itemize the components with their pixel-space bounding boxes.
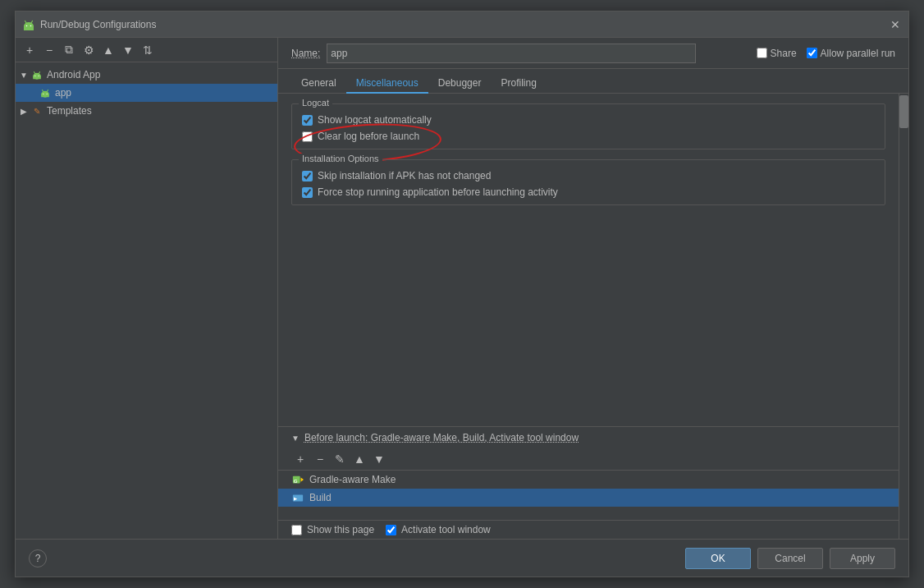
before-launch-arrow: ▼	[291, 434, 300, 443]
skip-install-row: Skip installation if APK has not changed	[302, 170, 875, 181]
svg-point-4	[30, 25, 32, 26]
svg-point-11	[39, 76, 39, 76]
tabs-bar: General Miscellaneous Debugger Profiling	[278, 69, 908, 94]
android-title-icon	[22, 18, 35, 31]
gradle-make-icon: G	[291, 473, 304, 486]
sort-button[interactable]: ⇅	[139, 41, 157, 59]
left-panel: + − ⧉ ⚙ ▲ ▼ ⇅ ▼	[16, 38, 278, 539]
add-config-button[interactable]: +	[21, 41, 39, 59]
cancel-button[interactable]: Cancel	[757, 548, 823, 569]
installation-section: Installation Options Skip installation i…	[291, 159, 885, 205]
config-tree: ▼ Android App	[16, 62, 277, 539]
move-up-button[interactable]: ▲	[99, 41, 117, 59]
bl-item-gradle-make-label: Gradle-aware Make	[309, 474, 396, 485]
before-launch-header[interactable]: ▼ Before launch: Gradle-aware Make, Buil…	[278, 427, 899, 448]
dialog-body: + − ⧉ ⚙ ▲ ▼ ⇅ ▼	[16, 38, 908, 539]
name-label: Name:	[291, 48, 320, 59]
svg-line-20	[47, 90, 48, 92]
share-label: Share	[771, 48, 797, 59]
dialog-title: Run/Debug Configurations	[40, 19, 156, 30]
app-config-icon	[39, 86, 52, 99]
expand-arrow: ▼	[19, 70, 29, 80]
svg-point-10	[34, 76, 35, 76]
show-logcat-row: Show logcat automatically	[302, 114, 875, 126]
svg-rect-16	[43, 93, 48, 96]
expand-templates-arrow: ▶	[19, 106, 29, 116]
logcat-options: Show logcat automatically Clear log befo…	[302, 114, 875, 142]
clear-log-label: Clear log before launch	[318, 131, 419, 142]
bl-item-gradle-make[interactable]: G Gradle-aware Make	[278, 471, 899, 489]
main-area: Logcat Show logcat automatically Clear l…	[278, 94, 908, 539]
content-main: Logcat Show logcat automatically Clear l…	[278, 94, 899, 539]
settings-config-button[interactable]: ⚙	[80, 41, 98, 59]
clear-log-checkbox[interactable]	[302, 131, 313, 142]
svg-rect-9	[34, 75, 40, 78]
name-bar-right: Share Allow parallel run	[757, 48, 895, 59]
apply-button[interactable]: Apply	[830, 548, 895, 569]
show-logcat-checkbox[interactable]	[302, 115, 313, 126]
build-icon: ▶	[291, 491, 304, 504]
svg-line-6	[31, 21, 33, 23]
bl-down-button[interactable]: ▼	[370, 450, 388, 468]
tree-item-templates[interactable]: ▶ ✎ Templates	[16, 102, 277, 120]
footer-left: ?	[29, 549, 47, 567]
title-bar: Run/Debug Configurations ✕	[16, 11, 908, 38]
ok-button[interactable]: OK	[685, 548, 751, 569]
svg-point-18	[47, 94, 48, 94]
name-bar: Name: Share Allow parallel run	[278, 38, 908, 69]
svg-marker-23	[301, 477, 304, 481]
tree-item-android-app-label: Android App	[47, 69, 100, 80]
copy-config-button[interactable]: ⧉	[60, 41, 78, 59]
close-button[interactable]: ✕	[889, 18, 902, 31]
bl-add-button[interactable]: +	[291, 450, 309, 468]
show-page-checkbox[interactable]	[291, 525, 302, 535]
android-app-icon	[30, 68, 43, 81]
right-panel: Name: Share Allow parallel run General M…	[278, 38, 908, 539]
bl-remove-button[interactable]: −	[311, 450, 329, 468]
bl-up-button[interactable]: ▲	[350, 450, 368, 468]
before-launch-title: Before launch: Gradle-aware Make, Build,…	[304, 432, 579, 443]
help-button[interactable]: ?	[29, 549, 47, 567]
svg-point-17	[43, 94, 43, 94]
tab-general[interactable]: General	[291, 74, 346, 94]
logcat-section-title: Logcat	[299, 98, 332, 108]
remove-config-button[interactable]: −	[40, 41, 58, 59]
svg-point-3	[26, 25, 28, 26]
right-scrollbar[interactable]	[899, 94, 908, 539]
show-page-row: Show this page Activate tool window	[278, 520, 899, 539]
skip-install-checkbox[interactable]	[302, 171, 313, 181]
show-page-label: Show this page	[307, 524, 374, 535]
tree-item-app-label: app	[55, 87, 71, 99]
bl-edit-button[interactable]: ✎	[331, 450, 349, 468]
svg-line-12	[34, 72, 35, 74]
bl-item-build[interactable]: ▶ Build	[278, 489, 899, 507]
before-launch-section: ▼ Before launch: Gradle-aware Make, Buil…	[278, 426, 899, 539]
tab-debugger[interactable]: Debugger	[428, 74, 492, 94]
installation-options: Skip installation if APK has not changed…	[302, 170, 875, 198]
activate-tool-window-checkbox[interactable]	[386, 525, 396, 535]
svg-text:G: G	[294, 478, 298, 484]
svg-line-5	[25, 21, 27, 23]
config-toolbar: + − ⧉ ⚙ ▲ ▼ ⇅	[16, 38, 277, 62]
before-launch-list: G Gradle-aware Make	[278, 471, 899, 520]
logcat-section: Logcat Show logcat automatically Clear l…	[291, 103, 885, 149]
tab-miscellaneous[interactable]: Miscellaneous	[346, 74, 428, 94]
move-down-button[interactable]: ▼	[119, 41, 137, 59]
name-input[interactable]	[327, 44, 696, 63]
tree-item-android-app[interactable]: ▼ Android App	[16, 66, 277, 84]
dialog-footer: ? OK Cancel Apply	[16, 539, 908, 577]
content-with-scroll: Logcat Show logcat automatically Clear l…	[278, 94, 908, 539]
allow-parallel-checkbox[interactable]	[807, 48, 817, 58]
skip-install-label: Skip installation if APK has not changed	[318, 170, 491, 181]
bl-item-build-label: Build	[309, 492, 332, 503]
share-checkbox[interactable]	[757, 48, 767, 58]
tab-content-miscellaneous: Logcat Show logcat automatically Clear l…	[278, 94, 899, 426]
allow-parallel-row: Allow parallel run	[807, 48, 895, 59]
tree-item-app[interactable]: app	[16, 84, 277, 102]
force-stop-checkbox[interactable]	[302, 187, 313, 198]
force-stop-label: Force stop running application before la…	[318, 186, 558, 198]
tab-profiling[interactable]: Profiling	[491, 74, 546, 94]
run-debug-configurations-dialog: Run/Debug Configurations ✕ + − ⧉ ⚙ ▲ ▼ ⇅…	[15, 11, 909, 577]
tree-item-templates-label: Templates	[47, 105, 92, 117]
scroll-thumb[interactable]	[899, 95, 908, 128]
